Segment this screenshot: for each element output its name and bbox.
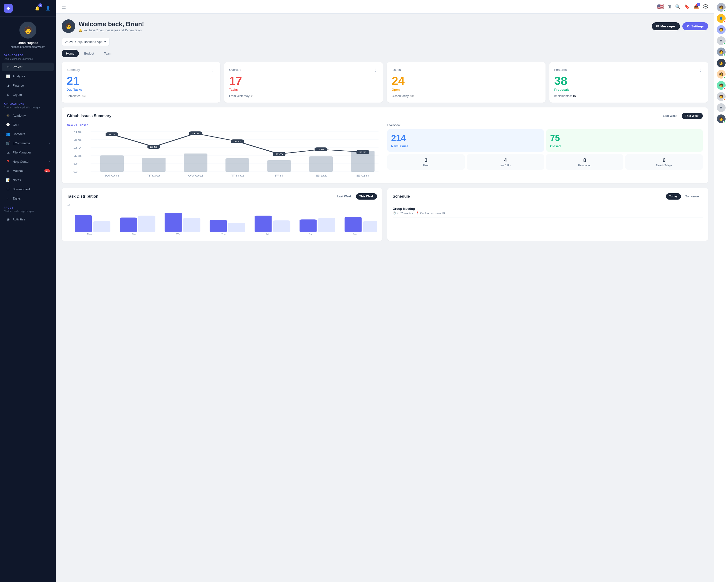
stat-footer: Completed: 13	[67, 94, 215, 98]
rail-avatar-m[interactable]: M	[717, 36, 726, 45]
task-last-week-toggle[interactable]: Last Week	[334, 193, 355, 200]
messages-button[interactable]: ✉ Messages	[652, 22, 680, 30]
sidebar-item-label: Analytics	[12, 75, 25, 78]
online-dot	[723, 54, 725, 56]
svg-text:45: 45	[73, 131, 82, 133]
rail-avatar[interactable]: 🧑	[717, 81, 726, 90]
sidebar-item-help-center[interactable]: ❓ Help Center ›	[2, 157, 54, 166]
rail-avatar[interactable]: 🧑	[717, 25, 726, 34]
sidebar-item-academy[interactable]: 🎓 Academy	[2, 111, 54, 120]
task-this-week-toggle[interactable]: This Week	[356, 193, 377, 200]
more-options-icon[interactable]: ⋮	[211, 67, 215, 72]
bookmark-icon[interactable]: 🔖	[684, 4, 690, 9]
sidebar-item-crypto[interactable]: $ Crypto	[2, 90, 54, 99]
schedule-item-details: Group Meeting 🕐 in 32 minutes 📍 Conferen…	[393, 207, 445, 215]
sidebar-item-project[interactable]: ⊞ Project	[2, 62, 54, 71]
offline-dot	[723, 87, 725, 89]
mini-label: Fixed	[389, 164, 463, 167]
github-grid: New vs. Closed 45 36 27 18 9 0	[67, 123, 703, 178]
sidebar-item-scrumboard[interactable]: ☐ Scrumboard	[2, 185, 54, 194]
svg-rect-17	[309, 157, 333, 172]
stat-label: Proposals	[554, 88, 703, 91]
svg-rect-13	[142, 158, 166, 172]
chevron-right-icon[interactable]: ›	[702, 209, 703, 213]
svg-text:20: 20	[275, 153, 283, 156]
stat-footer: Implemented: 16	[554, 94, 703, 98]
stat-label: Tasks	[229, 88, 378, 91]
scrumboard-icon: ☐	[6, 187, 10, 191]
offline-dot	[723, 20, 725, 23]
rail-avatar[interactable]: 🧑	[717, 114, 726, 123]
file-manager-icon: ☁	[6, 150, 10, 155]
section-header: Task Distribution Last Week This Week	[67, 193, 377, 200]
sidebar-item-file-manager[interactable]: ☁ File Manager	[2, 148, 54, 157]
app-logo[interactable]: ◆	[4, 4, 12, 12]
last-week-toggle[interactable]: Last Week	[659, 113, 681, 119]
svg-text:42: 42	[108, 133, 116, 136]
section-header: Github Issues Summary Last Week This Wee…	[67, 113, 703, 119]
hamburger-menu[interactable]: ☰	[62, 4, 66, 10]
mini-num: 6	[627, 157, 701, 163]
svg-text:Sun: Sun	[356, 174, 370, 177]
sidebar-item-contacts[interactable]: 👥 Contacts	[2, 130, 54, 138]
stat-label: Due Tasks	[67, 88, 215, 91]
rail-avatar[interactable]: 🧑	[717, 59, 726, 67]
sidebar-item-label: Contacts	[12, 132, 25, 136]
tab-home[interactable]: Home	[62, 50, 79, 57]
sidebar-item-activities[interactable]: ◉ Activities	[2, 215, 54, 224]
rail-avatar[interactable]: 🧑	[717, 70, 726, 79]
tomorrow-toggle[interactable]: Tomorrow	[682, 193, 703, 200]
more-options-icon[interactable]: ⋮	[373, 67, 378, 72]
chart-subtitle: New vs. Closed	[67, 123, 383, 127]
svg-rect-15	[226, 158, 249, 172]
tabs: Home Budget Team	[62, 50, 708, 57]
sidebar-item-label: Tasks	[12, 197, 21, 200]
svg-rect-52	[345, 217, 362, 232]
sidebar-item-finance[interactable]: ◑ Finance	[2, 81, 54, 90]
svg-rect-44	[165, 213, 182, 232]
today-toggle[interactable]: Today	[666, 193, 681, 200]
mailbox-badge: 27	[45, 169, 50, 172]
sidebar-item-tasks[interactable]: ✓ Tasks	[2, 194, 54, 203]
settings-button[interactable]: ⚙ Settings	[682, 22, 708, 30]
task-chart-svg	[67, 208, 377, 232]
section-title: Github Issues Summary	[67, 114, 111, 118]
sidebar-item-chat[interactable]: 💬 Chat	[2, 120, 54, 129]
search-icon[interactable]: 🔍	[675, 4, 680, 9]
chat-topbar-icon[interactable]: 💬	[703, 4, 708, 9]
tab-team[interactable]: Team	[100, 50, 116, 57]
crypto-icon: $	[6, 92, 10, 97]
fullscreen-icon[interactable]: ⊞	[668, 4, 671, 9]
project-selector-label: ACME Corp. Backend App	[65, 40, 102, 44]
flag-icon[interactable]: 🇺🇸	[657, 4, 664, 10]
sidebar-item-label: Activities	[12, 218, 25, 221]
sidebar-item-label: Academy	[12, 114, 26, 117]
notifications-btn[interactable]: 🔔 3	[33, 4, 41, 12]
sidebar-header: ◆ 🔔 3 👤	[0, 0, 56, 17]
sidebar-item-mailbox[interactable]: ✉ Mailbox 27	[2, 166, 54, 175]
rail-avatar[interactable]: 🧑	[717, 92, 726, 101]
this-week-toggle[interactable]: This Week	[682, 113, 703, 119]
inbox-icon[interactable]: 📥 5	[694, 4, 699, 9]
contacts-icon: 👥	[6, 132, 10, 136]
sidebar-item-analytics[interactable]: 📊 Analytics	[2, 72, 54, 81]
more-options-icon[interactable]: ⋮	[536, 67, 541, 72]
stat-title: Features	[554, 68, 567, 72]
welcome-text: Welcome back, Brian! 🔔 You have 2 new me…	[79, 20, 144, 32]
user-search-btn[interactable]: 👤	[44, 4, 52, 12]
rail-avatar[interactable]: 👤	[717, 14, 726, 23]
more-options-icon[interactable]: ⋮	[698, 67, 703, 72]
rail-avatar-m2[interactable]: M	[717, 103, 726, 112]
location-icon: 📍	[416, 212, 419, 215]
closed-issues-card: 75 Closed	[546, 129, 703, 152]
sidebar-item-ecommerce[interactable]: 🛒 ECommerce ›	[2, 139, 54, 147]
svg-text:0: 0	[73, 170, 78, 173]
rail-avatar[interactable]: 🧑	[717, 48, 726, 56]
svg-text:Tue: Tue	[147, 174, 160, 177]
tab-budget[interactable]: Budget	[80, 50, 99, 57]
topbar-left: ☰	[62, 4, 66, 10]
project-selector[interactable]: ACME Corp. Backend App ▾	[62, 38, 110, 46]
sidebar-item-notes[interactable]: 📝 Notes	[2, 175, 54, 184]
svg-rect-16	[267, 160, 291, 172]
rail-avatar[interactable]: 🧑	[717, 3, 726, 11]
